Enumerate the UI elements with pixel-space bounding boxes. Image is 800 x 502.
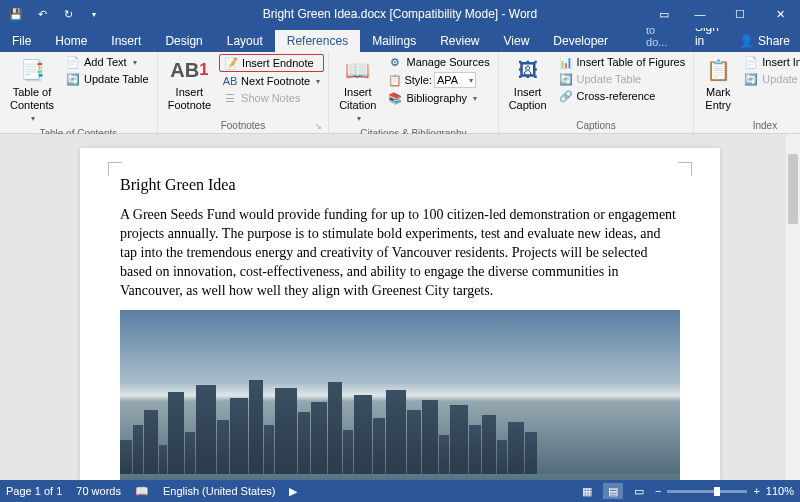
- tab-layout[interactable]: Layout: [215, 30, 275, 52]
- bibliography-button[interactable]: 📚Bibliography▾: [384, 90, 493, 106]
- ribbon-references: 📑 Table of Contents▾ 📄Add Text▾ 🔄Update …: [0, 52, 800, 134]
- qat-customize-icon[interactable]: ▾: [86, 6, 102, 22]
- insert-index-icon: 📄: [744, 55, 758, 69]
- insert-caption-button[interactable]: 🖼 Insert Caption: [503, 54, 553, 114]
- insert-index-button[interactable]: 📄Insert Index: [740, 54, 800, 70]
- zoom-slider[interactable]: [667, 490, 747, 493]
- group-toc: 📑 Table of Contents▾ 📄Add Text▾ 🔄Update …: [0, 52, 158, 133]
- doc-title[interactable]: Bright Green Idea: [120, 176, 680, 194]
- cross-reference-button[interactable]: 🔗Cross-reference: [555, 88, 690, 104]
- view-read-button[interactable]: ▦: [577, 483, 597, 499]
- footnotes-launcher[interactable]: ↘: [315, 122, 322, 131]
- biblio-icon: 📚: [388, 91, 402, 105]
- view-print-button[interactable]: ▤: [603, 483, 623, 499]
- update-icon: 🔄: [66, 72, 80, 86]
- doc-image[interactable]: [120, 310, 680, 480]
- show-notes-button[interactable]: ☰Show Notes: [219, 90, 324, 106]
- update-index-icon: 🔄: [744, 72, 758, 86]
- share-button[interactable]: 👤Share: [729, 30, 800, 52]
- zoom-in-button[interactable]: +: [753, 485, 759, 497]
- citation-style-select[interactable]: 📋 Style: APA▾: [384, 71, 493, 89]
- document-area[interactable]: Bright Green Idea A Green Seeds Fund wou…: [0, 134, 800, 480]
- window-title: Bright Green Idea.docx [Compatibility Mo…: [263, 7, 538, 21]
- close-icon[interactable]: ✕: [760, 0, 800, 28]
- tab-mailings[interactable]: Mailings: [360, 30, 428, 52]
- group-label-captions: Captions: [503, 118, 690, 133]
- tab-home[interactable]: Home: [43, 30, 99, 52]
- group-footnotes: AB1 Insert Footnote 📝Insert Endnote ABNe…: [158, 52, 330, 133]
- status-proofing-icon[interactable]: 📖: [135, 485, 149, 498]
- maximize-icon[interactable]: ☐: [720, 0, 760, 28]
- mark-entry-button[interactable]: 📋 Mark Entry: [698, 54, 738, 114]
- crossref-icon: 🔗: [559, 89, 573, 103]
- ribbon-options-icon[interactable]: ▭: [648, 0, 680, 28]
- insert-endnote-button[interactable]: 📝Insert Endnote: [219, 54, 324, 72]
- add-text-icon: 📄: [66, 55, 80, 69]
- update-cap-icon: 🔄: [559, 72, 573, 86]
- update-index-button[interactable]: 🔄Update Index: [740, 71, 800, 87]
- scrollbar-thumb[interactable]: [788, 154, 798, 224]
- tab-developer[interactable]: Developer: [541, 30, 620, 52]
- tab-view[interactable]: View: [492, 30, 542, 52]
- status-macro-icon[interactable]: ▶: [289, 485, 297, 498]
- tof-icon: 📊: [559, 55, 573, 69]
- tab-insert[interactable]: Insert: [99, 30, 153, 52]
- status-words[interactable]: 70 words: [76, 485, 121, 497]
- minimize-icon[interactable]: —: [680, 0, 720, 28]
- tab-review[interactable]: Review: [428, 30, 491, 52]
- citation-icon: 📖: [344, 56, 372, 84]
- mark-entry-icon: 📋: [704, 56, 732, 84]
- manage-sources-button[interactable]: ⚙Manage Sources: [384, 54, 493, 70]
- group-label-index: Index: [698, 118, 800, 133]
- document-page[interactable]: Bright Green Idea A Green Seeds Fund wou…: [80, 148, 720, 480]
- title-bar: 💾 ↶ ↻ ▾ Bright Green Idea.docx [Compatib…: [0, 0, 800, 28]
- manage-icon: ⚙: [388, 55, 402, 69]
- endnote-icon: 📝: [224, 56, 238, 70]
- margin-corner-tr: [678, 162, 692, 176]
- add-text-button[interactable]: 📄Add Text▾: [62, 54, 153, 70]
- footnote-icon: AB1: [175, 56, 203, 84]
- doc-body[interactable]: A Green Seeds Fund would provide funding…: [120, 206, 680, 300]
- caption-icon: 🖼: [514, 56, 542, 84]
- group-index: 📋 Mark Entry 📄Insert Index 🔄Update Index…: [694, 52, 800, 133]
- tab-references[interactable]: References: [275, 30, 360, 52]
- group-captions: 🖼 Insert Caption 📊Insert Table of Figure…: [499, 52, 695, 133]
- share-icon: 👤: [739, 34, 754, 48]
- vertical-scrollbar[interactable]: [786, 134, 800, 480]
- group-citations: 📖 Insert Citation▾ ⚙Manage Sources 📋 Sty…: [329, 52, 498, 133]
- view-web-button[interactable]: ▭: [629, 483, 649, 499]
- tab-file[interactable]: File: [0, 30, 43, 52]
- status-language[interactable]: English (United States): [163, 485, 276, 497]
- zoom-out-button[interactable]: −: [655, 485, 661, 497]
- next-footnote-button[interactable]: ABNext Footnote▾: [219, 73, 324, 89]
- status-bar: Page 1 of 1 70 words 📖 English (United S…: [0, 480, 800, 502]
- toc-icon: 📑: [18, 56, 46, 84]
- redo-icon[interactable]: ↻: [60, 6, 76, 22]
- ribbon-tabs: File Home Insert Design Layout Reference…: [0, 28, 800, 52]
- show-notes-icon: ☰: [223, 91, 237, 105]
- style-icon: 📋: [388, 73, 402, 87]
- save-icon[interactable]: 💾: [8, 6, 24, 22]
- margin-corner-tl: [108, 162, 122, 176]
- tab-design[interactable]: Design: [153, 30, 214, 52]
- insert-citation-button[interactable]: 📖 Insert Citation▾: [333, 54, 382, 126]
- tof-button[interactable]: 📊Insert Table of Figures: [555, 54, 690, 70]
- next-footnote-icon: AB: [223, 74, 237, 88]
- status-page[interactable]: Page 1 of 1: [6, 485, 62, 497]
- undo-icon[interactable]: ↶: [34, 6, 50, 22]
- update-captions-button[interactable]: 🔄Update Table: [555, 71, 690, 87]
- table-of-contents-button[interactable]: 📑 Table of Contents▾: [4, 54, 60, 126]
- group-label-footnotes: Footnotes↘: [162, 118, 325, 133]
- update-toc-button[interactable]: 🔄Update Table: [62, 71, 153, 87]
- zoom-level[interactable]: 110%: [766, 485, 794, 497]
- insert-footnote-button[interactable]: AB1 Insert Footnote: [162, 54, 217, 114]
